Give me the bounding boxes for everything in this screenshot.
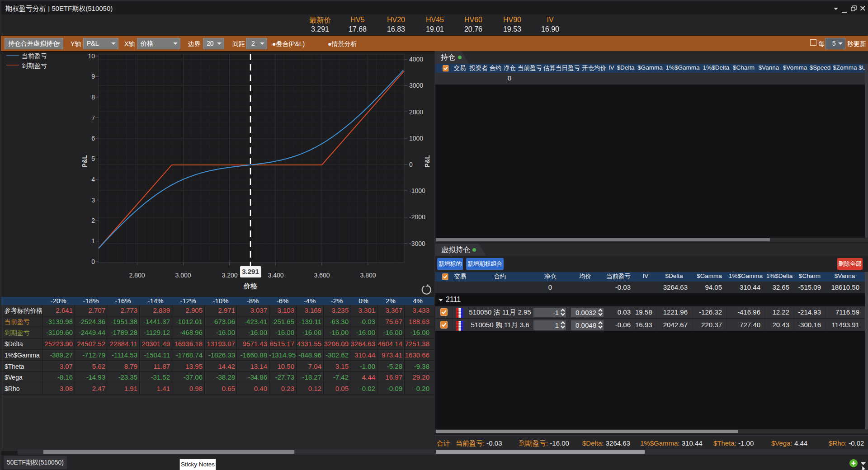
svg-text:0: 0: [91, 258, 95, 265]
svg-text:0: 0: [409, 161, 413, 168]
svg-text:3: 3: [91, 197, 95, 204]
svg-text:3.200: 3.200: [222, 272, 237, 279]
svg-text:9: 9: [91, 73, 95, 80]
svg-text:当前盈亏: 当前盈亏: [22, 52, 47, 60]
svg-text:4000: 4000: [409, 56, 423, 63]
svg-text:2000: 2000: [409, 108, 423, 116]
svg-text:10: 10: [88, 52, 95, 60]
svg-text:6: 6: [91, 135, 95, 142]
svg-text:4: 4: [91, 176, 95, 183]
svg-text:P&L: P&L: [81, 155, 88, 168]
svg-text:3.000: 3.000: [175, 272, 191, 279]
svg-text:1: 1: [91, 237, 95, 244]
svg-text:3.400: 3.400: [268, 272, 283, 279]
svg-text:3.800: 3.800: [360, 272, 376, 279]
svg-text:8: 8: [91, 94, 95, 101]
svg-text:P&L: P&L: [424, 155, 431, 168]
svg-text:价格: 价格: [243, 282, 258, 290]
svg-text:3.600: 3.600: [314, 272, 330, 279]
svg-text:5: 5: [91, 155, 95, 162]
svg-text:-1000: -1000: [409, 187, 425, 194]
svg-text:2.800: 2.800: [129, 272, 145, 279]
svg-text:7: 7: [91, 114, 95, 122]
svg-text:3000: 3000: [409, 82, 423, 89]
svg-text:2: 2: [91, 217, 95, 224]
svg-text:-2000: -2000: [409, 213, 425, 221]
svg-text:3.291: 3.291: [242, 268, 259, 275]
svg-text:-3000: -3000: [409, 240, 425, 247]
svg-text:到期盈亏: 到期盈亏: [22, 62, 47, 69]
svg-text:1000: 1000: [409, 135, 423, 142]
